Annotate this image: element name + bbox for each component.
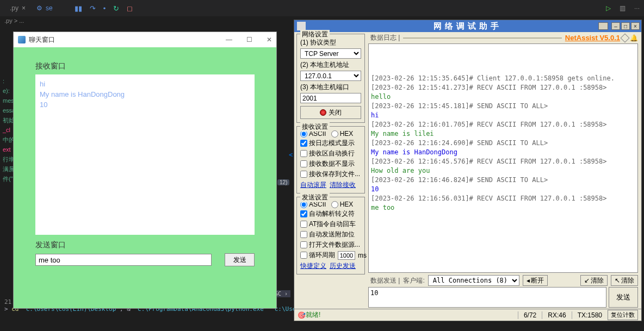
app-icon: [18, 36, 26, 43]
na-send-button[interactable]: 发送: [609, 287, 638, 308]
save-file-checkbox[interactable]: [300, 171, 307, 178]
send-textarea[interactable]: 10: [368, 287, 606, 308]
clear-button-2[interactable]: ↖清除: [611, 275, 638, 286]
clear-recv-link[interactable]: 清除接收: [330, 181, 356, 189]
bell-icon[interactable]: 🔔: [630, 34, 638, 42]
record-dot-icon: [320, 109, 326, 116]
status-count: 6/72: [518, 311, 542, 319]
step-icon[interactable]: •: [103, 4, 106, 13]
port-label: (3) 本地主机端口: [300, 83, 361, 92]
maximize-icon[interactable]: □: [621, 22, 630, 30]
restart-icon[interactable]: ↻: [113, 4, 119, 13]
vscode-tab-bar: .py× ⚙ se ▮▮ ↷ • ↻ ◻ ▷ ▥ ···: [0, 0, 644, 16]
maximize-icon[interactable]: ☐: [246, 36, 252, 43]
close-connection-button[interactable]: 关闭: [300, 106, 361, 119]
connection-select[interactable]: All Connections (8): [428, 275, 519, 286]
stop-icon[interactable]: ◻: [127, 4, 133, 13]
send-input[interactable]: [35, 254, 212, 266]
status-rx: RX:46: [542, 311, 571, 319]
run-icon[interactable]: ▷: [606, 4, 611, 12]
chat-window: 聊天窗口 — ☐ ✕ 接收窗口 hi My name is HanDongDon…: [13, 32, 277, 309]
app-icon: [297, 22, 306, 30]
recv-label: 接收窗口: [35, 61, 255, 71]
netassist-main: 数据日志 | NetAssist V5.0.1 🔔 < [2023-02-26 …: [367, 32, 641, 309]
protocol-label: (1) 协议类型: [300, 38, 361, 47]
vscode-tab-2[interactable]: ⚙ se: [31, 4, 58, 12]
recv-settings-group: 接收设置 ASCII HEX 按日志模式显示 接收区自动换行 接收数据不显示 接…: [296, 126, 365, 193]
more-icon[interactable]: ···: [634, 4, 640, 12]
brand-link[interactable]: NetAssist V5.0.1: [565, 34, 620, 42]
hide-recv-checkbox[interactable]: [300, 160, 307, 167]
netassist-titlebar[interactable]: 网络调试助手 – □ ×: [294, 20, 641, 32]
status-ready: 就绪!: [306, 310, 320, 320]
log-header: 数据日志 |: [370, 33, 400, 42]
escape-checkbox[interactable]: [300, 210, 307, 217]
netassist-title: 网络调试助手: [434, 21, 502, 32]
netassist-window: 网络调试助手 – □ × 网络设置 (1) 协议类型 TCP Server (2…: [294, 20, 642, 321]
log-mode-checkbox[interactable]: [300, 140, 307, 147]
clear-button[interactable]: ↙清除: [580, 275, 608, 286]
append-checkbox[interactable]: [300, 231, 307, 238]
autowrap-checkbox[interactable]: [300, 150, 307, 157]
status-bar: 🎯 就绪! 6/72 RX:46 TX:1580 复位计数: [294, 309, 641, 321]
port-input[interactable]: [300, 93, 361, 103]
cycle-checkbox[interactable]: [300, 252, 307, 259]
client-label: 客户端:: [403, 276, 424, 285]
chat-title: 聊天窗口: [29, 35, 55, 45]
diamond-icon: [621, 33, 630, 42]
at-cr-checkbox[interactable]: [300, 221, 307, 228]
host-select[interactable]: 127.0.0.1: [300, 71, 361, 81]
minimize-icon[interactable]: –: [611, 22, 620, 30]
send-label: 发送窗口: [35, 240, 255, 250]
recv-hex-radio[interactable]: [331, 130, 338, 138]
chat-titlebar[interactable]: 聊天窗口 — ☐ ✕: [14, 32, 276, 47]
send-hex-radio[interactable]: [331, 201, 338, 208]
send-settings-group: 发送设置 ASCII HEX 自动解析转义符 AT指令自动回车 自动发送附加位 …: [296, 197, 365, 274]
close-icon[interactable]: ×: [22, 4, 26, 12]
close-icon[interactable]: ✕: [267, 36, 272, 43]
split-editor-icon[interactable]: ▥: [620, 4, 626, 12]
reset-counter-button[interactable]: 复位计数: [608, 310, 638, 320]
autoscroll-link[interactable]: 自动滚屏: [300, 181, 326, 189]
log-textarea[interactable]: < [2023-02-26 12:15:35.645]# Client 127.…: [368, 43, 638, 273]
disconnect-button[interactable]: ◂断开: [523, 275, 548, 286]
file-source-checkbox[interactable]: [300, 241, 307, 248]
cycle-ms-input[interactable]: [338, 251, 355, 260]
step-over-icon[interactable]: ↷: [90, 4, 96, 13]
quickdef-link[interactable]: 快捷定义: [300, 262, 326, 270]
send-button[interactable]: 发送: [225, 253, 255, 266]
ready-icon: 🎯: [298, 311, 306, 319]
network-settings-group: 网络设置 (1) 协议类型 TCP Server (2) 本地主机地址 127.…: [296, 34, 365, 123]
line-number-badge: 12): [277, 179, 289, 185]
status-tx: TX:1580: [572, 311, 608, 319]
vscode-tab-1[interactable]: .py×: [4, 4, 31, 12]
close-icon[interactable]: ×: [631, 22, 640, 30]
pause-icon[interactable]: ▮▮: [75, 4, 82, 13]
minimize-icon[interactable]: —: [226, 36, 232, 43]
pin-icon[interactable]: [598, 22, 608, 30]
recv-textarea[interactable]: hi My name is HanDongDong 10: [35, 74, 255, 235]
host-label: (2) 本地主机地址: [300, 60, 361, 70]
netassist-sidebar: 网络设置 (1) 协议类型 TCP Server (2) 本地主机地址 127.…: [294, 32, 367, 309]
protocol-select[interactable]: TCP Server: [300, 48, 361, 59]
history-link[interactable]: 历史发送: [330, 262, 356, 270]
breadcrumb[interactable]: .py > ...: [0, 16, 28, 25]
send-header: 数据发送 |: [370, 276, 400, 285]
